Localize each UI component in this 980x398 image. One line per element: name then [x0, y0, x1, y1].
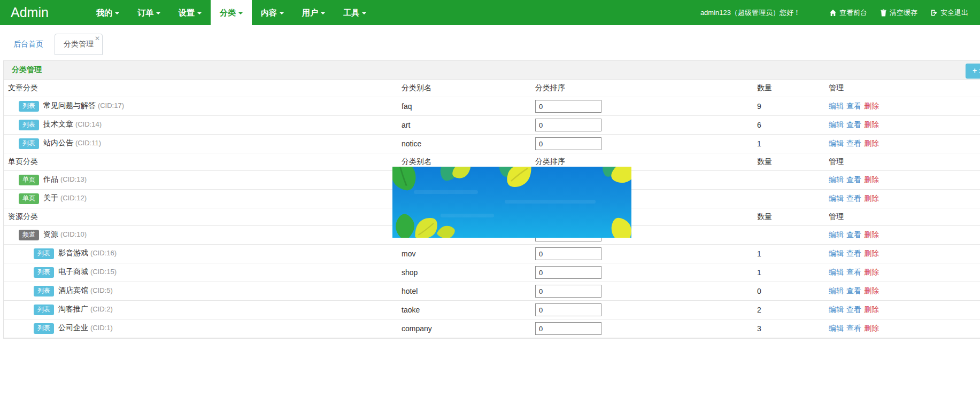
view-link[interactable]: 查看 — [846, 230, 861, 239]
category-sort-cell — [531, 116, 753, 135]
view-link[interactable]: 查看 — [846, 120, 861, 129]
delete-link[interactable]: 删除 — [864, 268, 879, 276]
edit-link[interactable]: 编辑 — [829, 139, 844, 147]
category-name: 作品 — [43, 175, 58, 183]
edit-link[interactable]: 编辑 — [829, 249, 844, 257]
category-count — [753, 190, 824, 208]
add-category-button[interactable]: +增加 — [966, 64, 980, 79]
tab-category-management[interactable]: 分类管理 ✕ — [55, 34, 103, 55]
edit-link[interactable]: 编辑 — [829, 230, 844, 239]
column-header-count: 数量 — [753, 80, 824, 97]
delete-link[interactable]: 删除 — [864, 102, 879, 110]
category-name-wrap: 频道资源 (CID:10) — [8, 230, 87, 240]
category-name: 技术文章 — [43, 120, 73, 128]
sort-order-input[interactable] — [535, 266, 601, 279]
column-header-manage: 管理 — [824, 153, 980, 171]
delete-link[interactable]: 删除 — [864, 139, 879, 147]
view-link[interactable]: 查看 — [846, 194, 861, 202]
section-header-row: 文章分类分类别名分类排序数量管理 — [4, 80, 980, 97]
delete-link[interactable]: 删除 — [864, 175, 879, 184]
category-count: 1 — [753, 245, 824, 263]
view-link[interactable]: 查看 — [846, 286, 861, 295]
view-link[interactable]: 查看 — [846, 249, 861, 257]
edit-link[interactable]: 编辑 — [829, 194, 844, 202]
category-sort-cell — [531, 301, 753, 319]
edit-link[interactable]: 编辑 — [829, 268, 844, 276]
close-icon[interactable]: ✕ — [95, 35, 100, 42]
view-link[interactable]: 查看 — [846, 324, 861, 332]
delete-link[interactable]: 删除 — [864, 286, 879, 295]
category-alias: taoke — [397, 301, 531, 319]
category-sort-cell — [531, 97, 753, 116]
view-link[interactable]: 查看 — [846, 175, 861, 184]
sort-order-input[interactable] — [535, 247, 601, 260]
view-link[interactable]: 查看 — [846, 139, 861, 147]
leaf-icon — [607, 167, 631, 190]
category-manage-cell: 编辑查看删除 — [824, 282, 980, 301]
column-header-alias: 分类别名 — [397, 80, 531, 97]
clear-cache-button[interactable]: 清空缓存 — [880, 8, 917, 18]
caret-down-icon — [238, 12, 243, 14]
category-alias: faq — [397, 97, 531, 116]
category-manage-cell: 编辑查看删除 — [824, 319, 980, 338]
nav-item-content[interactable]: 内容 — [252, 0, 293, 25]
category-cid: (CID:10) — [60, 230, 87, 238]
sort-order-input[interactable] — [535, 322, 601, 335]
panel-title: 分类管理 — [12, 65, 42, 74]
main-menu: 我的 订单 设置 分类 内容 用户 工具 — [87, 0, 375, 25]
category-cid: (CID:1) — [90, 324, 113, 332]
category-row: 列表影音游戏 (CID:16)mov1编辑查看删除 — [4, 245, 980, 263]
sort-order-input[interactable] — [535, 303, 601, 316]
category-name: 电子商城 — [58, 267, 88, 276]
sort-order-input[interactable] — [535, 285, 601, 298]
column-header-sort: 分类排序 — [531, 80, 753, 97]
category-cid: (CID:16) — [90, 249, 117, 257]
nav-item-users[interactable]: 用户 — [293, 0, 334, 25]
category-name-cell: 频道资源 (CID:10) — [4, 226, 397, 245]
delete-link[interactable]: 删除 — [864, 305, 879, 314]
delete-link[interactable]: 删除 — [864, 194, 879, 202]
edit-link[interactable]: 编辑 — [829, 175, 844, 184]
view-site-button[interactable]: 查看前台 — [829, 8, 867, 18]
caret-down-icon — [115, 12, 119, 14]
edit-link[interactable]: 编辑 — [829, 102, 844, 110]
sort-order-input[interactable] — [535, 100, 601, 113]
category-cid: (CID:2) — [90, 305, 113, 313]
panel-header: 分类管理 — [4, 61, 980, 80]
nav-item-tools[interactable]: 工具 — [334, 0, 375, 25]
view-link[interactable]: 查看 — [846, 305, 861, 314]
delete-link[interactable]: 删除 — [864, 120, 879, 129]
leaf-icon — [504, 167, 534, 190]
sort-order-input[interactable] — [535, 119, 601, 131]
sort-order-input[interactable] — [535, 137, 601, 150]
category-sort-cell — [531, 245, 753, 263]
tab-dashboard[interactable]: 后台首页 — [4, 34, 52, 55]
category-count: 9 — [753, 97, 824, 116]
category-type-badge: 列表 — [34, 248, 54, 259]
category-name-wrap: 单页关于 (CID:12) — [8, 193, 87, 204]
category-type-badge: 列表 — [19, 101, 39, 111]
nav-item-orders[interactable]: 订单 — [128, 0, 169, 25]
delete-link[interactable]: 删除 — [864, 324, 879, 332]
column-header-manage: 管理 — [824, 80, 980, 97]
view-link[interactable]: 查看 — [846, 102, 861, 110]
view-link[interactable]: 查看 — [846, 268, 861, 276]
edit-link[interactable]: 编辑 — [829, 120, 844, 129]
nav-item-mine[interactable]: 我的 — [87, 0, 128, 25]
category-manage-cell: 编辑查看删除 — [824, 245, 980, 263]
delete-link[interactable]: 删除 — [864, 230, 879, 239]
category-name-cell: 列表常见问题与解答 (CID:17) — [4, 97, 397, 116]
category-name: 影音游戏 — [58, 248, 88, 257]
edit-link[interactable]: 编辑 — [829, 305, 844, 314]
category-row: 列表公司企业 (CID:1)company3编辑查看删除 — [4, 319, 980, 338]
nav-item-categories[interactable]: 分类 — [211, 0, 252, 25]
edit-link[interactable]: 编辑 — [829, 286, 844, 295]
nav-item-label: 设置 — [179, 8, 195, 17]
edit-link[interactable]: 编辑 — [829, 324, 844, 332]
category-name: 资源 — [43, 230, 58, 238]
category-count: 0 — [753, 282, 824, 301]
logout-button[interactable]: 安全退出 — [930, 8, 968, 18]
nav-item-settings[interactable]: 设置 — [169, 0, 211, 25]
delete-link[interactable]: 删除 — [864, 249, 879, 257]
category-name-cell: 列表站内公告 (CID:11) — [4, 135, 397, 153]
